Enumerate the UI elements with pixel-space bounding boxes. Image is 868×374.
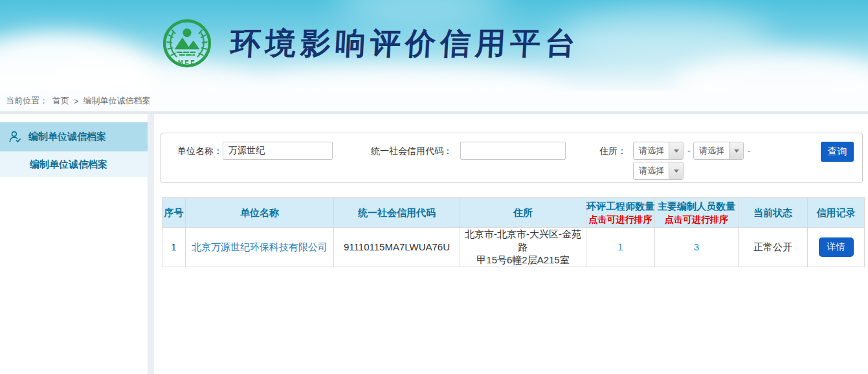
breadcrumb: 当前位置： 首页 > 编制单位诚信档案	[0, 91, 868, 111]
residence-province-select[interactable]: 请选择	[633, 142, 684, 160]
chevron-down-icon	[669, 142, 683, 159]
credit-code-label: 统一社会信用代码：	[371, 142, 452, 160]
residence-district-select[interactable]: 请选择	[633, 162, 684, 180]
residence-province-value: 请选择	[634, 142, 669, 159]
residence-city-value: 请选择	[694, 142, 729, 159]
breadcrumb-home-link[interactable]: 首页	[52, 95, 69, 107]
logo-text: MEE	[178, 58, 197, 65]
sidebar-main-gutter	[148, 114, 154, 374]
sort-hint: 点击可进行排序	[586, 213, 654, 226]
sidebar-subitem-label: 编制单位诚信档案	[30, 159, 107, 171]
residence-dash-2: -	[748, 142, 751, 160]
sidebar-item-credit-archive[interactable]: 编制单位诚信档案	[0, 122, 148, 151]
sidebar-subitem-credit-archive[interactable]: 编制单位诚信档案	[0, 151, 148, 177]
breadcrumb-current: 编制单位诚信档案	[83, 95, 151, 107]
address-line-2: 甲15号6幢2层A215室	[460, 254, 586, 267]
company-link[interactable]: 北京万源世纪环保科技有限公司	[192, 241, 328, 252]
column-header-address: 住所	[460, 198, 586, 228]
column-header-company: 单位名称	[186, 198, 334, 228]
user-check-icon	[8, 130, 22, 144]
column-header-credit-record: 信用记录	[808, 198, 865, 228]
chevron-down-icon	[669, 162, 683, 179]
mee-logo-icon: MEE	[161, 17, 214, 70]
table-header-row: 序号 单位名称 统一社会信用代码 住所 环评工程师数量 点击可进行排序 主要编制…	[162, 198, 865, 228]
breadcrumb-separator: >	[74, 96, 79, 106]
column-header-credit-code: 统一社会信用代码	[334, 198, 460, 228]
engineer-count-link[interactable]: 1	[618, 241, 623, 252]
unit-name-input[interactable]	[223, 142, 333, 160]
table-row: 1 北京万源世纪环保科技有限公司 91110115MA7LWUA76U 北京市-…	[162, 228, 865, 267]
chevron-down-icon	[729, 142, 743, 159]
breadcrumb-prefix: 当前位置：	[6, 95, 48, 107]
column-header-index: 序号	[162, 198, 186, 228]
unit-name-label: 单位名称：	[177, 142, 223, 160]
address-line-1: 北京市-北京市-大兴区-金苑路	[460, 228, 586, 254]
staff-count-link[interactable]: 3	[694, 241, 699, 252]
column-header-status: 当前状态	[739, 198, 808, 228]
main-content: 单位名称： 统一社会信用代码： 住所： 请选择 - 请选择 - 请选择 查询	[154, 114, 868, 374]
results-table: 序号 单位名称 统一社会信用代码 住所 环评工程师数量 点击可进行排序 主要编制…	[162, 197, 865, 267]
cell-credit-code: 91110115MA7LWUA76U	[334, 228, 460, 267]
sort-hint: 点击可进行排序	[655, 213, 738, 226]
residence-label: 住所：	[599, 142, 627, 160]
cloud-decoration	[233, 68, 570, 91]
column-header-staff-count-sort[interactable]: 主要编制人员数量 点击可进行排序	[655, 198, 739, 228]
cell-status: 正常公开	[739, 228, 808, 267]
sidebar-item-label: 编制单位诚信档案	[28, 131, 106, 143]
search-form: 单位名称： 统一社会信用代码： 住所： 请选择 - 请选择 - 请选择 查询	[161, 133, 863, 183]
cell-address: 北京市-北京市-大兴区-金苑路 甲15号6幢2层A215室	[460, 228, 586, 267]
search-button[interactable]: 查询	[821, 142, 854, 162]
detail-button[interactable]: 详情	[819, 237, 854, 257]
header-banner: MEE 环境影响评价信用平台	[0, 0, 868, 91]
sidebar: 编制单位诚信档案 编制单位诚信档案	[0, 114, 148, 374]
residence-district-value: 请选择	[634, 162, 669, 179]
credit-code-input[interactable]	[460, 142, 566, 160]
column-header-engineer-count-sort[interactable]: 环评工程师数量 点击可进行排序	[586, 198, 655, 228]
site-brand: MEE 环境影响评价信用平台	[161, 17, 580, 70]
page-title: 环境影响评价信用平台	[229, 23, 581, 64]
residence-dash-1: -	[687, 142, 691, 160]
residence-city-select[interactable]: 请选择	[693, 142, 744, 160]
cell-index: 1	[162, 228, 186, 267]
